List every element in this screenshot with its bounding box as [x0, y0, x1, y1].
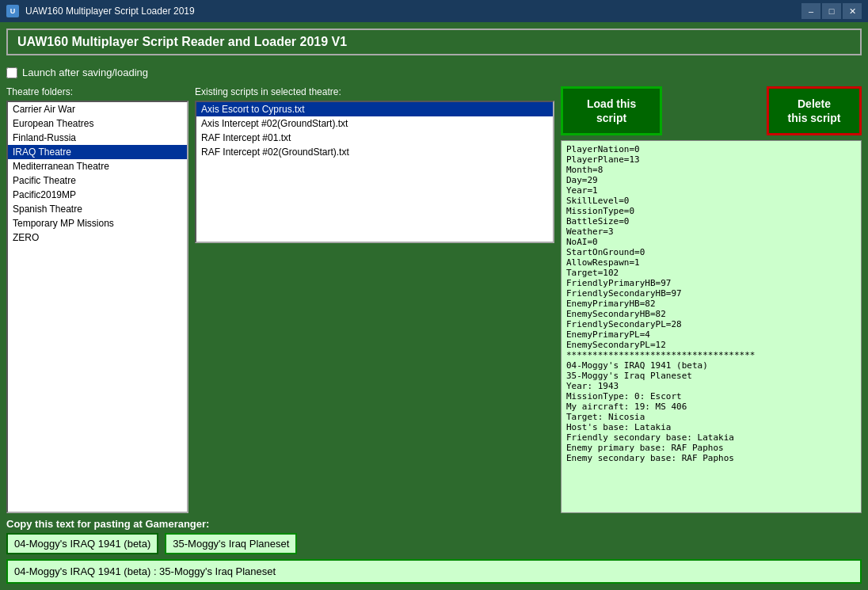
- launch-checkbox-container: Launch after saving/loading: [6, 67, 148, 78]
- script-content-line: ************************************: [566, 350, 856, 360]
- script-content-line: PlayerPlane=13: [566, 154, 856, 165]
- close-button[interactable]: ✕: [843, 3, 862, 19]
- script-content-line: Host's base: Latakia: [566, 422, 856, 432]
- script-content-line: Month=8: [566, 165, 856, 175]
- field1[interactable]: 04-Moggy's IRAQ 1941 (beta): [6, 533, 158, 554]
- script-content-line: StartOnGround=0: [566, 247, 856, 257]
- script-content-line: Year=1: [566, 185, 856, 196]
- field2[interactable]: 35-Moggy's Iraq Planeset: [165, 533, 297, 554]
- top-row: Launch after saving/loading: [6, 63, 862, 82]
- script-content-line: 04-Moggy's IRAQ 1941 (beta): [566, 360, 856, 371]
- theatre-listbox[interactable]: Carrier Air WarEuropean TheatresFinland-…: [6, 101, 188, 513]
- scripts-list-item[interactable]: Axis Escort to Cyprus.txt: [196, 102, 553, 116]
- script-content-line: PlayerNation=0: [566, 144, 856, 154]
- window-controls: – □ ✕: [801, 3, 862, 19]
- copy-label: Copy this text for pasting at Gameranger…: [6, 518, 862, 530]
- maximize-button[interactable]: □: [822, 3, 841, 19]
- action-buttons: Load thisscript Deletethis script: [561, 86, 862, 135]
- theatre-list-item[interactable]: Temporary MP Missions: [8, 216, 187, 230]
- title-bar-text: UAW160 Multiplayer Script Loader 2019: [25, 6, 795, 17]
- theatre-list-item[interactable]: Carrier Air War: [8, 102, 187, 116]
- script-content-line: FriendlySecondaryPL=28: [566, 319, 856, 329]
- scripts-panel-label: Existing scripts in selected theatre:: [195, 86, 554, 97]
- script-content-line: Day=29: [566, 175, 856, 185]
- theatre-list-item[interactable]: ZERO: [8, 230, 187, 245]
- script-content-line: EnemyPrimaryHB=82: [566, 299, 856, 309]
- center-panel: Existing scripts in selected theatre: Ax…: [195, 86, 554, 513]
- theatre-list-item[interactable]: IRAQ Theatre: [8, 145, 187, 159]
- script-content-line: Friendly secondary base: Latakia: [566, 432, 856, 443]
- delete-script-button[interactable]: Deletethis script: [767, 86, 862, 135]
- theatre-list-item[interactable]: Spanish Theatre: [8, 202, 187, 216]
- theatre-list-item[interactable]: Finland-Russia: [8, 131, 187, 145]
- title-bar: U UAW160 Multiplayer Script Loader 2019 …: [0, 0, 868, 22]
- theatre-list-item[interactable]: Pacific Theatre: [8, 173, 187, 188]
- launch-checkbox[interactable]: [6, 67, 17, 78]
- content-area: Launch after saving/loading Theatre fold…: [6, 63, 862, 584]
- right-panel: Load thisscript Deletethis script Player…: [561, 86, 862, 513]
- scripts-listbox[interactable]: Axis Escort to Cyprus.txtAxis Intercept …: [195, 101, 554, 243]
- theatre-list-item[interactable]: European Theatres: [8, 116, 187, 131]
- load-script-button[interactable]: Load thisscript: [561, 86, 662, 135]
- theatre-panel-label: Theatre folders:: [6, 86, 188, 97]
- app-title-bar: UAW160 Multiplayer Script Reader and Loa…: [6, 29, 862, 55]
- script-content-line: My aircraft: 19: MS 406: [566, 402, 856, 412]
- script-content-line: Enemy primary base: RAF Paphos: [566, 443, 856, 453]
- script-content-line: EnemyPrimaryPL=4: [566, 329, 856, 340]
- script-content-line: BattleSize=0: [566, 216, 856, 226]
- script-content-line: Enemy secondary base: RAF Paphos: [566, 453, 856, 463]
- scripts-list-item[interactable]: Axis Intercept #02(GroundStart).txt: [196, 116, 553, 131]
- left-panel: Theatre folders: Carrier Air WarEuropean…: [6, 86, 188, 513]
- script-content-line: FriendlyPrimaryHB=97: [566, 278, 856, 288]
- minimize-button[interactable]: –: [801, 3, 820, 19]
- gameranger-fields: 04-Moggy's IRAQ 1941 (beta) 35-Moggy's I…: [6, 533, 862, 554]
- theatre-list-item[interactable]: Pacific2019MP: [8, 188, 187, 202]
- script-content-line: AllowRespawn=1: [566, 257, 856, 268]
- script-content-line: EnemySecondaryPL=12: [566, 340, 856, 350]
- script-content-line: Year: 1943: [566, 381, 856, 391]
- script-content-line: 35-Moggy's Iraq Planeset: [566, 371, 856, 381]
- script-content-line: MissionType=0: [566, 206, 856, 216]
- script-content-line: EnemySecondaryHB=82: [566, 309, 856, 319]
- scripts-list-item[interactable]: RAF Intercept #01.txt: [196, 131, 553, 145]
- app-icon: U: [6, 5, 19, 17]
- middle-area: Theatre folders: Carrier Air WarEuropean…: [6, 86, 862, 513]
- script-content-line: Target=102: [566, 268, 856, 278]
- script-content-line: Weather=3: [566, 226, 856, 237]
- script-content-line: NoAI=0: [566, 237, 856, 247]
- script-content-line: MissionType: 0: Escort: [566, 391, 856, 402]
- script-content-line: Target: Nicosia: [566, 412, 856, 422]
- bottom-area: Copy this text for pasting at Gameranger…: [6, 518, 862, 584]
- scripts-list-item[interactable]: RAF Intercept #02(GroundStart).txt: [196, 145, 553, 159]
- launch-checkbox-label: Launch after saving/loading: [22, 67, 148, 78]
- copy-paste-box[interactable]: 04-Moggy's IRAQ 1941 (beta) : 35-Moggy's…: [6, 559, 862, 584]
- main-container: UAW160 Multiplayer Script Reader and Loa…: [0, 22, 868, 590]
- app-title: UAW160 Multiplayer Script Reader and Loa…: [17, 35, 347, 49]
- script-content-line: FriendlySecondaryHB=97: [566, 288, 856, 299]
- script-content-line: SkillLevel=0: [566, 196, 856, 206]
- theatre-list-item[interactable]: Mediterranean Theatre: [8, 159, 187, 173]
- script-content: PlayerNation=0PlayerPlane=13Month=8Day=2…: [561, 140, 862, 513]
